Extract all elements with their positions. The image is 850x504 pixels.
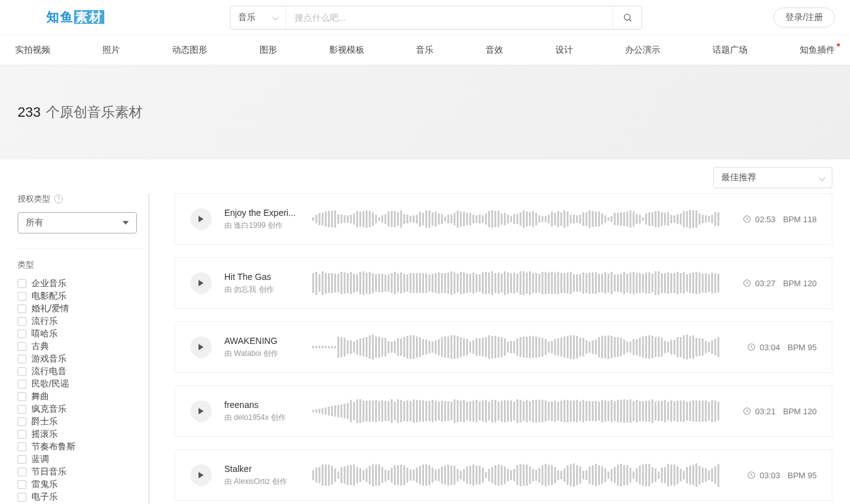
play-button[interactable]	[190, 400, 212, 422]
nav-item[interactable]: 实拍视频	[15, 45, 50, 56]
track-title[interactable]: Hit The Gas	[224, 272, 300, 282]
type-checkbox-item[interactable]: 疯克音乐	[18, 404, 143, 415]
nav-item[interactable]: 办公演示	[625, 45, 660, 56]
caret-down-icon	[123, 221, 129, 225]
play-button[interactable]	[190, 208, 212, 230]
checkbox-icon	[18, 405, 26, 414]
filter-type: 类型 企业音乐电影配乐婚礼/爱情流行乐嘻哈乐古典游戏音乐流行电音民歌/民谣舞曲疯…	[18, 259, 143, 504]
checkbox-icon	[18, 304, 26, 313]
nav-item[interactable]: 话题广场	[712, 45, 748, 56]
checkbox-icon	[18, 292, 26, 301]
nav-item[interactable]: 设计	[555, 45, 573, 56]
checkbox-label: 民歌/民谣	[31, 378, 69, 390]
track-info: Stalker由 AlexisOrtiz 创作	[224, 464, 300, 487]
sidebar-scroll[interactable]: 授权类型 ? 所有 类型 企业音乐电影配乐婚礼/爱情流行乐嘻哈乐古典游戏音乐流行…	[18, 193, 150, 504]
nav-item[interactable]: 照片	[102, 45, 120, 56]
waveform[interactable]	[312, 335, 734, 360]
checkbox-label: 蓝调	[31, 454, 49, 465]
sort-value: 最佳推荐	[721, 172, 756, 183]
search-category-select[interactable]: 音乐	[231, 6, 286, 29]
waveform[interactable]	[312, 271, 730, 296]
svg-point-0	[624, 14, 629, 19]
play-button[interactable]	[190, 272, 212, 294]
license-select[interactable]: 所有	[18, 212, 137, 233]
checkbox-label: 企业音乐	[31, 278, 67, 289]
type-checkbox-item[interactable]: 流行电音	[18, 366, 143, 377]
sort-select[interactable]: 最佳推荐	[713, 167, 832, 188]
play-button[interactable]	[190, 464, 212, 486]
track-duration: 02:53	[755, 215, 776, 224]
track-duration: 03:27	[755, 279, 776, 288]
nav-item[interactable]: 音效	[486, 45, 503, 56]
track-meta: 03:04BPM 95	[747, 343, 817, 352]
type-checkbox-item[interactable]: 舞曲	[18, 391, 143, 402]
clock-icon	[743, 215, 751, 223]
play-button[interactable]	[190, 336, 212, 358]
login-button[interactable]: 登录/注册	[773, 8, 835, 28]
type-checkbox-list: 企业音乐电影配乐婚礼/爱情流行乐嘻哈乐古典游戏音乐流行电音民歌/民谣舞曲疯克音乐…	[18, 278, 143, 504]
checkbox-label: 雷鬼乐	[31, 479, 58, 490]
type-checkbox-item[interactable]: 节奏布鲁斯	[18, 441, 143, 453]
type-checkbox-item[interactable]: 企业音乐	[18, 278, 143, 289]
track-bpm: BPM 118	[783, 215, 817, 224]
waveform[interactable]	[312, 399, 730, 424]
type-checkbox-item[interactable]: 电子乐	[18, 491, 143, 503]
type-checkbox-item[interactable]: 嘻哈乐	[18, 328, 143, 340]
checkbox-label: 节日音乐	[31, 466, 67, 478]
track-duration: 03:21	[755, 407, 776, 416]
type-checkbox-item[interactable]: 电影配乐	[18, 291, 143, 302]
checkbox-icon	[18, 355, 26, 363]
track-title[interactable]: Stalker	[224, 464, 300, 474]
waveform[interactable]	[312, 206, 730, 232]
nav-item[interactable]: 知鱼插件	[800, 45, 835, 56]
track-title[interactable]: AWAKENING	[224, 336, 300, 346]
checkbox-label: 游戏音乐	[31, 353, 67, 365]
nav-item[interactable]: 影视模板	[329, 45, 364, 56]
logo[interactable]: 知鱼素材	[46, 9, 104, 26]
type-checkbox-item[interactable]: 游戏音乐	[18, 353, 143, 365]
type-checkbox-item[interactable]: 雷鬼乐	[18, 479, 143, 490]
type-checkbox-item[interactable]: 蓝调	[18, 454, 143, 465]
svg-line-1	[629, 19, 631, 21]
clock-icon	[743, 407, 751, 416]
logo-text-2: 素材	[74, 10, 104, 24]
type-checkbox-item[interactable]: 节日音乐	[18, 466, 143, 478]
sort-bar: 最佳推荐	[0, 159, 850, 193]
checkbox-icon	[18, 279, 26, 288]
type-checkbox-item[interactable]: 婚礼/爱情	[18, 303, 143, 314]
track-bpm: BPM 95	[788, 471, 817, 480]
track-title[interactable]: Enjoy the Experi...	[224, 208, 300, 218]
track-row: freenans由 delo1954x 创作03:21BPM 120	[175, 385, 832, 437]
track-author[interactable]: 由 AlexisOrtiz 创作	[224, 476, 300, 487]
search-button[interactable]	[613, 6, 641, 29]
checkbox-label: 流行乐	[31, 316, 58, 327]
track-title[interactable]: freenans	[224, 400, 300, 410]
waveform[interactable]	[312, 463, 734, 488]
checkbox-label: 节奏布鲁斯	[31, 441, 75, 453]
type-checkbox-item[interactable]: 摇滚乐	[18, 429, 143, 440]
track-meta: 03:03BPM 95	[747, 471, 817, 480]
track-bpm: BPM 120	[783, 407, 817, 416]
type-checkbox-item[interactable]: 爵士乐	[18, 416, 143, 427]
help-icon[interactable]: ?	[54, 195, 63, 203]
type-checkbox-item[interactable]: 民歌/民谣	[18, 378, 143, 390]
track-meta: 02:53BPM 118	[743, 215, 817, 224]
checkbox-label: 电影配乐	[31, 291, 67, 302]
type-checkbox-item[interactable]: 古典	[18, 341, 143, 352]
type-checkbox-item[interactable]: 流行乐	[18, 316, 143, 327]
checkbox-icon	[18, 342, 26, 351]
track-author[interactable]: 由 勿忘我 创作	[224, 284, 300, 295]
play-icon	[197, 215, 205, 223]
checkbox-label: 爵士乐	[31, 416, 58, 427]
nav-item[interactable]: 动态图形	[172, 45, 207, 56]
checkbox-label: 流行电音	[31, 366, 67, 377]
track-author[interactable]: 由 Wataboi 创作	[224, 348, 300, 359]
search-input[interactable]	[286, 6, 613, 29]
nav-item[interactable]: 音乐	[416, 45, 433, 56]
notification-dot-icon	[837, 43, 840, 46]
track-author[interactable]: 由 delo1954x 创作	[224, 412, 300, 423]
checkbox-label: 疯克音乐	[31, 404, 67, 415]
track-author[interactable]: 由 逸白1999 创作	[224, 220, 300, 231]
nav-item[interactable]: 图形	[259, 45, 277, 56]
track-meta: 03:21BPM 120	[743, 407, 817, 416]
